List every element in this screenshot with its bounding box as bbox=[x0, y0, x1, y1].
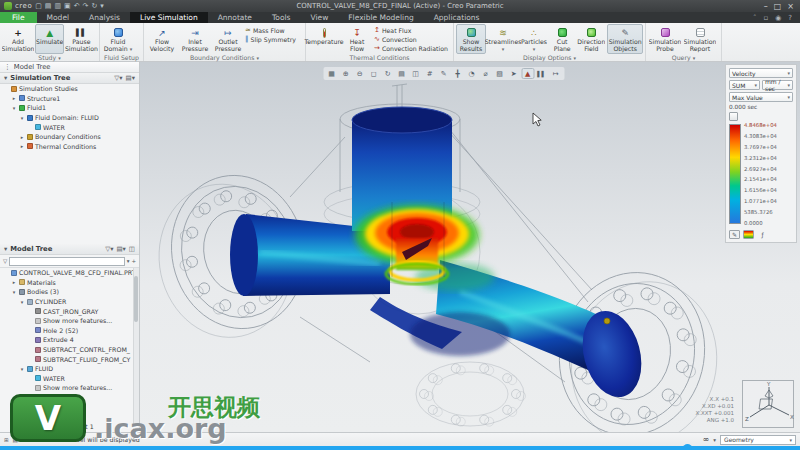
tab-file[interactable]: File bbox=[0, 12, 37, 23]
tab-annotate[interactable]: Annotate bbox=[208, 12, 262, 23]
tree-settings-icon[interactable]: ▤▾ bbox=[116, 245, 125, 253]
slip-symmetry-button[interactable]: ∥Slip Symmetry bbox=[245, 35, 296, 43]
status-browser-toggle-icon[interactable]: ▤ bbox=[13, 437, 18, 443]
tree-item[interactable]: ▸Structure1 bbox=[0, 94, 139, 104]
simulation-report-button[interactable]: Simulation Report bbox=[683, 24, 717, 54]
show-results-button[interactable]: Show Results bbox=[456, 24, 486, 54]
legend-options-button[interactable] bbox=[729, 112, 738, 121]
model-tree-collapsed-bar[interactable]: ⋮ Model Tree bbox=[0, 62, 139, 73]
search-filter-icon[interactable]: ▽ bbox=[3, 258, 7, 264]
status-tree-toggle-icon[interactable]: ⊞ bbox=[4, 437, 9, 443]
qat-customize-caret[interactable]: ▾ bbox=[100, 2, 104, 10]
tree-item[interactable]: ▾CYLINDER bbox=[0, 297, 139, 307]
tab-model[interactable]: Model bbox=[37, 12, 80, 23]
direction-field-button[interactable]: Direction Field bbox=[576, 24, 606, 54]
collapse-icon[interactable]: ▾ bbox=[4, 74, 7, 82]
selection-filter-select[interactable]: Geometry▾ bbox=[720, 435, 796, 445]
tree-item[interactable]: CONTROL_VALVE_M8_CFD_FINAL.PRT bbox=[0, 268, 139, 278]
outlet-pressure-button[interactable]: ↦ Outlet Pressure bbox=[212, 24, 244, 54]
simulate-button[interactable]: ▲ Simulate bbox=[35, 24, 64, 54]
graphics-area[interactable]: ▦ ⊕ ⊖ ◻ ↻ ▤ ◫ # ✎ ╋ ◔ ⌀ ▧ ➤ ▲ ▌▌ ↦ bbox=[140, 62, 800, 432]
group-label-query[interactable]: Query▾ bbox=[648, 54, 719, 61]
tree-item[interactable]: CAST_IRON_GRAY bbox=[0, 306, 139, 316]
tree-item[interactable]: WATER bbox=[0, 122, 139, 132]
cfd-model-view[interactable] bbox=[140, 62, 800, 432]
tree-item[interactable]: SUBTRACT_FLUID_FROM_CY bbox=[0, 354, 139, 364]
heat-flow-button[interactable]: ↧ Heat Flow bbox=[341, 24, 373, 54]
group-label-display-options[interactable]: Display Options▾ bbox=[456, 54, 643, 61]
tree-filters-icon[interactable]: ▽▾ bbox=[114, 74, 122, 82]
open-session-icon[interactable]: ▥ bbox=[54, 2, 61, 10]
tree-filters-icon[interactable]: ▽▾ bbox=[105, 245, 113, 253]
add-simulation-button[interactable]: + Add Simulation ▾ bbox=[2, 24, 34, 54]
open-file-icon[interactable]: ▤ bbox=[45, 2, 52, 10]
tree-item[interactable]: Simulation Studies bbox=[0, 84, 139, 94]
model-tree-scrollbar[interactable] bbox=[133, 268, 139, 432]
heat-flux-button[interactable]: ↥Heat Flux bbox=[374, 26, 448, 34]
command-search-icon[interactable]: ▫ bbox=[763, 14, 768, 22]
convection-radiation-button[interactable]: ⇝Convection Radiation bbox=[374, 44, 448, 52]
simulation-objects-display-button[interactable]: ✎ Simulation Objects Display bbox=[607, 24, 643, 54]
tab-flexible-modeling[interactable]: Flexible Modeling bbox=[338, 12, 423, 23]
tab-analysis[interactable]: Analysis bbox=[79, 12, 130, 23]
collapse-icon[interactable]: ▾ bbox=[4, 245, 7, 253]
component-select[interactable]: SUM▾ bbox=[729, 80, 760, 90]
restore-button[interactable]: □ bbox=[774, 2, 782, 11]
tab-applications[interactable]: Applications bbox=[424, 12, 490, 23]
regenerate-icon[interactable]: ↻ bbox=[91, 2, 97, 10]
tree-item[interactable]: ▸Materials bbox=[0, 278, 139, 288]
particles-button[interactable]: ∴ Particles ▾ bbox=[520, 24, 548, 54]
group-label-study[interactable]: Study▾ bbox=[2, 54, 97, 61]
tree-item[interactable]: SUBTRACT_CONTRL_FROM_ bbox=[0, 345, 139, 355]
model-tree-search-input[interactable] bbox=[9, 257, 124, 266]
group-label-boundary-conditions[interactable]: Boundary Conditions▾ bbox=[146, 54, 303, 61]
video-playhead[interactable] bbox=[683, 444, 692, 450]
tree-item[interactable]: ▸Thermal Conditions bbox=[0, 142, 139, 152]
tree-item[interactable]: Hole 2 (52) bbox=[0, 326, 139, 336]
video-progress-bar[interactable] bbox=[0, 446, 800, 450]
tree-item[interactable]: Extrude 4 bbox=[0, 335, 139, 345]
search-add-icon[interactable]: + bbox=[131, 258, 136, 264]
tree-item[interactable]: ▸Boundary Conditions bbox=[0, 132, 139, 142]
tab-live-simulation[interactable]: Live Simulation bbox=[130, 12, 208, 23]
tab-tools[interactable]: Tools bbox=[262, 12, 300, 23]
tree-item[interactable]: ▾Fluid1 bbox=[0, 103, 139, 113]
tab-view[interactable]: View bbox=[300, 12, 338, 23]
simulation-probe-button[interactable]: Simulation Probe bbox=[648, 24, 682, 54]
search-in-model-icon[interactable]: ∞ bbox=[703, 435, 710, 444]
search-caret[interactable]: ▾ bbox=[713, 437, 716, 443]
inlet-pressure-button[interactable]: ⇥ Inlet Pressure bbox=[179, 24, 211, 54]
search-options-caret[interactable]: ▾ bbox=[127, 258, 130, 264]
tree-settings-icon[interactable]: ▤▾ bbox=[126, 74, 135, 82]
redo-icon[interactable]: ↷ bbox=[83, 2, 89, 10]
tree-item[interactable]: Round 2 bbox=[0, 402, 139, 412]
tree-item[interactable]: Body Subtract 1 bbox=[0, 422, 139, 432]
new-file-icon[interactable]: ▢ bbox=[35, 2, 42, 10]
tree-item[interactable]: Round 1 bbox=[0, 393, 139, 403]
close-button[interactable]: × bbox=[787, 2, 794, 11]
scale-mode-select[interactable]: Max Value▾ bbox=[729, 92, 793, 102]
minimize-button[interactable]: – bbox=[764, 2, 768, 11]
units-select[interactable]: mm / sec▾ bbox=[762, 80, 793, 90]
save-icon[interactable]: ▣ bbox=[64, 2, 71, 10]
minimize-ribbon-icon[interactable]: ˆ bbox=[753, 14, 757, 22]
tree-item[interactable]: Show more features... bbox=[0, 383, 139, 393]
tree-item[interactable]: Show more features... bbox=[0, 316, 139, 326]
tree-columns-icon[interactable]: ◫ bbox=[129, 245, 135, 253]
streamlines-button[interactable]: ≋ Streamlines ▾ bbox=[487, 24, 519, 54]
cut-plane-button[interactable]: Cut Plane bbox=[549, 24, 575, 54]
result-quantity-select[interactable]: Velocity▾ bbox=[729, 68, 793, 78]
tree-item[interactable]: ▾FLUID bbox=[0, 364, 139, 374]
mass-flow-button[interactable]: ≈Mass Flow bbox=[245, 26, 296, 34]
pause-simulation-button[interactable]: ▌▌ Pause Simulation bbox=[65, 24, 97, 54]
fluid-domain-button[interactable]: Fluid Domain ▾ bbox=[102, 24, 134, 54]
legend-colors-icon[interactable] bbox=[743, 230, 754, 239]
edit-legend-icon[interactable]: ✎ bbox=[729, 230, 740, 239]
tree-item[interactable]: WATER bbox=[0, 374, 139, 384]
convection-button[interactable]: ∿Convection bbox=[374, 35, 448, 43]
flow-velocity-button[interactable]: ↗ Flow Velocity bbox=[146, 24, 178, 54]
tree-item[interactable]: ▾Bodies (3) bbox=[0, 287, 139, 297]
tree-item[interactable]: ▾Fluid Domain: FLUID bbox=[0, 113, 139, 123]
flash-scale-icon[interactable]: ƒ bbox=[757, 230, 768, 239]
temperature-button[interactable]: Temperature bbox=[308, 24, 340, 54]
